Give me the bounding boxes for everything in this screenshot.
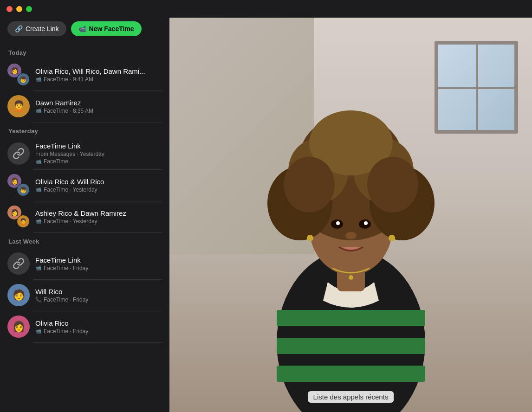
item-subtitle: 📹 FaceTime · 8:35 AM <box>35 108 162 114</box>
new-facetime-label: New FaceTime <box>89 25 134 32</box>
svg-rect-2 <box>277 338 425 354</box>
avatar: 👦 <box>17 73 30 86</box>
item-info: Dawn Ramirez 📹 FaceTime · 8:35 AM <box>35 99 162 114</box>
caption-text: Liste des appels récents <box>313 393 389 401</box>
list-item[interactable]: 🧑‍🦱 Dawn Ramirez 📹 FaceTime · 8:35 AM <box>0 90 169 122</box>
avatar: 🧑 <box>7 284 30 306</box>
avatar: 👦 <box>17 183 30 196</box>
avatar-group: 👩 🧑‍🦱 <box>7 206 30 228</box>
item-time: FaceTime · 9:41 AM <box>44 76 93 83</box>
phone-icon: 📞 <box>35 296 42 303</box>
video-icon: 📹 <box>35 328 42 334</box>
item-name: Will Rico <box>35 288 162 296</box>
camera-preview <box>169 18 532 412</box>
video-icon: 📹 <box>35 265 42 271</box>
video-icon: 📹 <box>35 218 42 224</box>
item-info: Olivia Rico, Will Rico, Dawn Rami... 📹 F… <box>35 67 162 83</box>
item-name: Dawn Ramirez <box>35 99 162 107</box>
item-subtitle: 📹 FaceTime · Yesterday <box>35 218 162 225</box>
list-item[interactable]: FaceTime Link 📹 FaceTime · Friday <box>0 248 169 279</box>
avatar-group: 👩 👦 <box>7 174 30 196</box>
item-name: Olivia Rico, Will Rico, Dawn Rami... <box>35 67 162 75</box>
item-name: Olivia Rico & Will Rico <box>35 178 162 186</box>
item-subtitle2: 📹 FaceTime <box>35 158 162 165</box>
svg-point-13 <box>284 157 335 212</box>
item-time: FaceTime · 8:35 AM <box>44 108 93 114</box>
video-icon: 📹 <box>35 108 42 114</box>
item-subtitle: 📹 FaceTime · 9:41 AM <box>35 76 162 83</box>
traffic-lights <box>6 6 32 12</box>
video-icon: 📹 <box>35 76 42 82</box>
link-avatar <box>7 252 30 275</box>
svg-point-18 <box>364 221 368 225</box>
minimize-button[interactable] <box>16 6 22 12</box>
item-subtitle: 📹 FaceTime · Yesterday <box>35 187 162 193</box>
list-item[interactable]: 👩 Olivia Rico 📹 FaceTime · Friday <box>0 311 169 342</box>
list-item[interactable]: 👩 👦 Olivia Rico & Will Rico 📹 FaceTime ·… <box>0 169 169 201</box>
item-info: Olivia Rico & Will Rico 📹 FaceTime · Yes… <box>35 178 162 193</box>
item-subtitle: From Messages · Yesterday <box>35 151 162 157</box>
item-time: FaceTime · Friday <box>44 265 88 271</box>
avatar-group: 👩 👦 <box>7 64 30 86</box>
right-panel: Liste des appels récents <box>169 18 532 412</box>
svg-point-22 <box>349 275 353 280</box>
section-yesterday: Yesterday <box>0 122 169 137</box>
svg-rect-1 <box>277 310 425 326</box>
close-button[interactable] <box>6 6 13 12</box>
item-name: Olivia Rico <box>35 319 162 327</box>
list-item[interactable]: 👩 👦 Olivia Rico, Will Rico, Dawn Rami...… <box>0 59 169 90</box>
sidebar: 🔗 Create Link 📹 New FaceTime Today 👩 👦 O… <box>0 18 169 412</box>
list-item[interactable]: FaceTime Link From Messages · Yesterday … <box>0 137 169 169</box>
maximize-button[interactable] <box>26 6 32 12</box>
item-source: From Messages · Yesterday <box>35 151 104 157</box>
item-info: Olivia Rico 📹 FaceTime · Friday <box>35 319 162 335</box>
item-type: FaceTime <box>44 158 68 165</box>
item-time: FaceTime · Friday <box>44 328 88 335</box>
section-today: Today <box>0 44 169 59</box>
item-info: Ashley Rico & Dawn Ramirez 📹 FaceTime · … <box>35 209 162 225</box>
video-icon: 📹 <box>35 187 42 193</box>
link-icon: 🔗 <box>15 25 23 32</box>
item-subtitle: 📹 FaceTime · Friday <box>35 265 162 271</box>
title-bar <box>0 0 532 18</box>
svg-point-21 <box>389 235 395 241</box>
new-facetime-button[interactable]: 📹 New FaceTime <box>71 21 142 36</box>
svg-point-17 <box>336 221 340 225</box>
item-info: FaceTime Link From Messages · Yesterday … <box>35 142 162 165</box>
item-info: FaceTime Link 📹 FaceTime · Friday <box>35 256 162 271</box>
item-time: FaceTime · Friday <box>44 296 88 303</box>
avatar: 👩 <box>7 315 30 338</box>
svg-point-20 <box>307 235 313 241</box>
item-name: FaceTime Link <box>35 256 162 264</box>
section-lastweek: Last Week <box>0 232 169 248</box>
create-link-button[interactable]: 🔗 Create Link <box>7 21 66 36</box>
list-item[interactable]: 🧑 Will Rico 📞 FaceTime · Friday <box>0 279 169 311</box>
action-buttons: 🔗 Create Link 📹 New FaceTime <box>0 18 169 44</box>
item-name: FaceTime Link <box>35 142 162 150</box>
item-name: Ashley Rico & Dawn Ramirez <box>35 209 162 217</box>
item-time: FaceTime · Yesterday <box>44 187 97 193</box>
avatar: 🧑‍🦱 <box>7 95 30 117</box>
link-avatar <box>7 142 30 165</box>
svg-rect-3 <box>277 366 425 382</box>
item-time: FaceTime · Yesterday <box>44 218 97 225</box>
item-info: Will Rico 📞 FaceTime · Friday <box>35 288 162 303</box>
item-subtitle: 📹 FaceTime · Friday <box>35 328 162 335</box>
avatar: 🧑‍🦱 <box>17 215 30 228</box>
person-illustration <box>235 41 467 412</box>
list-item[interactable]: 👩 🧑‍🦱 Ashley Rico & Dawn Ramirez 📹 FaceT… <box>0 201 169 232</box>
item-subtitle: 📞 FaceTime · Friday <box>35 296 162 303</box>
create-link-label: Create Link <box>26 25 59 32</box>
main-layout: 🔗 Create Link 📹 New FaceTime Today 👩 👦 O… <box>0 18 532 412</box>
caption: Liste des appels récents <box>308 391 394 403</box>
svg-point-14 <box>367 157 418 212</box>
video-camera-icon: 📹 <box>78 25 86 32</box>
video-icon: 📹 <box>35 159 42 165</box>
svg-point-19 <box>345 232 357 239</box>
